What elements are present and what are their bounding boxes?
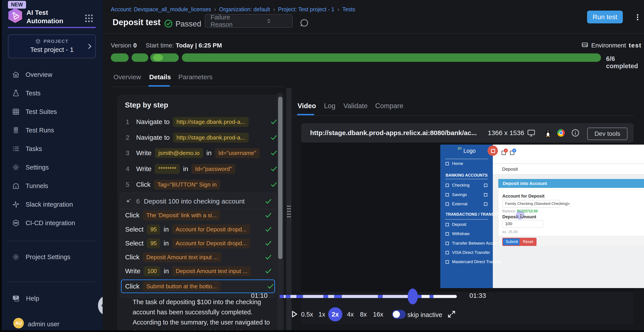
app-grid-icon[interactable]: [84, 13, 94, 24]
project-selector[interactable]: PROJECT Test project - 1: [8, 34, 96, 58]
comment-icon[interactable]: [299, 18, 310, 28]
step-row[interactable]: Write100inDeposit Amount text input ...: [125, 266, 272, 276]
sidebar-item-settings[interactable]: Settings: [12, 162, 96, 172]
avatar[interactable]: AU: [13, 318, 24, 328]
speed-16x[interactable]: 16x: [373, 311, 383, 318]
speed-1x[interactable]: 1x: [318, 311, 325, 318]
breadcrumb: Account: Devspace_all_module_licenses›Or…: [111, 6, 355, 12]
passed-check-icon: [164, 19, 173, 28]
breadcrumb-link[interactable]: Account: Devspace_all_module_licenses: [111, 6, 211, 12]
timeline-playhead[interactable]: [408, 288, 418, 304]
tab-details[interactable]: Details: [149, 73, 171, 81]
step-row[interactable]: 3Writejsmith@demo.ioinId="username": [126, 148, 278, 158]
info-icon[interactable]: [571, 128, 580, 137]
breadcrumb-link[interactable]: Tests: [342, 6, 355, 12]
sidebar-item-ci-cd-integration[interactable]: CI-CD integration: [12, 218, 96, 228]
bank-nav-deposit[interactable]: Deposit: [440, 221, 493, 228]
submit-button[interactable]: Submit: [502, 238, 521, 246]
header-divider: [103, 33, 644, 34]
progress-segment[interactable]: [111, 54, 129, 62]
tab-parameters[interactable]: Parameters: [178, 73, 212, 81]
page-title: Deposit test: [112, 18, 160, 27]
tab-video[interactable]: Video: [298, 102, 316, 110]
step-row[interactable]: 1Navigate tohttp://stage.dbank.prod-a...: [126, 116, 278, 127]
skip-inactive-toggle[interactable]: [392, 310, 406, 319]
slack-icon: [12, 200, 20, 208]
step-row[interactable]: 4Write********inId="password": [126, 164, 278, 174]
progress-segment[interactable]: [182, 54, 601, 62]
step-target-chip: Deposit Amount text input ...: [172, 266, 251, 276]
sidebar-item-test-runs[interactable]: Test Runs: [12, 125, 96, 136]
account-select[interactable]: Family Checking (Standard Checking) ▾: [502, 200, 560, 208]
gear-icon: [12, 253, 20, 261]
bank-nav-visa-direct-transfer[interactable]: VISA Direct Transfer: [440, 249, 493, 256]
step-row[interactable]: Select95inAccount for Deposit dropd...: [125, 224, 272, 235]
step-row[interactable]: ClickThe 'Deposit' link with a si...: [125, 210, 272, 220]
sidebar-item-tasks[interactable]: Tasks: [12, 144, 96, 154]
bank-nav-external[interactable]: External: [440, 200, 493, 208]
video-timeline[interactable]: [280, 295, 457, 298]
step-target-chip: Account for Deposit dropd...: [172, 224, 250, 234]
video-url[interactable]: http://stage.dbank.prod-apps.relicx.ai:8…: [310, 129, 477, 137]
sidebar-item-project-settings[interactable]: Project Settings: [12, 252, 96, 262]
kebab-menu-icon[interactable]: [634, 13, 642, 22]
speed-8x[interactable]: 8x: [360, 311, 367, 318]
reset-button[interactable]: Reset: [520, 238, 536, 246]
chrome-icon: [557, 129, 565, 137]
tab-validate[interactable]: Validate: [344, 102, 368, 110]
progress-label: 6/6 completed: [606, 55, 644, 70]
step-row[interactable]: ClickDeposit Amount text input ...: [125, 252, 272, 262]
check-icon: [264, 267, 272, 275]
failure-reason-select[interactable]: Failure Reason: [205, 14, 293, 28]
bank-nav-mastercard-direct-transfer[interactable]: Mastercard Direct Transfer: [440, 258, 493, 265]
breadcrumb-link[interactable]: Organization: default: [219, 6, 270, 12]
step-target-chip: http://stage.dbank.prod-a...: [173, 133, 249, 142]
step-target-chip: 95: [147, 238, 160, 248]
breadcrumb-link[interactable]: Project: Test project - 1: [278, 6, 334, 12]
blue-badge: 0: [512, 148, 516, 152]
check-icon: [264, 198, 272, 205]
svg-text:?: ?: [15, 296, 17, 299]
progress-segment[interactable]: [132, 54, 148, 62]
notification-flag-icon[interactable]: 0: [502, 151, 506, 155]
step-row[interactable]: Select95inAccount for Deposit dropd...: [125, 238, 272, 248]
bank-nav-checking[interactable]: Checking: [440, 182, 493, 189]
tab-compare[interactable]: Compare: [375, 102, 404, 110]
bank-nav-transfer-between-accounts[interactable]: Transfer Between Accounts: [440, 240, 493, 247]
sidebar-item-tests[interactable]: Tests: [12, 88, 96, 98]
step-row[interactable]: 2Navigate tohttp://stage.dbank.prod-a...: [126, 132, 278, 143]
speed-0.5x[interactable]: 0.5x: [301, 311, 313, 318]
bank-app-frame: Logo HomeBANKING ACCOUNTSCheckingSavings…: [440, 144, 644, 288]
splitter-drag-handle[interactable]: [287, 205, 291, 222]
bank-nav-savings[interactable]: Savings: [440, 191, 493, 198]
run-test-button[interactable]: Run test: [587, 10, 623, 24]
tab-overview[interactable]: Overview: [114, 73, 141, 81]
sidebar-item-overview[interactable]: Overview: [12, 69, 96, 80]
timeline-marker: [280, 295, 284, 298]
runs-icon: [12, 126, 20, 134]
sidebar-item-test-suites[interactable]: Test Suites: [12, 106, 96, 117]
speed-4x[interactable]: 4x: [347, 311, 354, 318]
step-target-chip: Id="password": [192, 164, 236, 174]
sidebar-item-slack-integration[interactable]: Slack integration: [12, 199, 96, 210]
sidebar-item-tunnels[interactable]: Tunnels: [12, 180, 96, 191]
step-row[interactable]: 5ClickTag="BUTTON" Sign in: [126, 179, 278, 190]
step-group-header[interactable]: 6 Deposit 100 into checking account: [125, 196, 272, 206]
tabs-divider: [111, 86, 285, 87]
play-icon[interactable]: [289, 309, 299, 319]
tab-log[interactable]: Log: [324, 102, 336, 110]
notification-flag-icon[interactable]: 0: [510, 151, 514, 155]
speed-2x[interactable]: 2x: [328, 307, 342, 322]
sidebar-item-help[interactable]: ?Help: [12, 293, 96, 304]
scrollbar-thumb[interactable]: [278, 97, 282, 259]
dev-tools-button[interactable]: Dev tools: [587, 128, 628, 140]
check-icon: [264, 226, 272, 233]
bank-nav-withdraw[interactable]: Withdraw: [440, 230, 493, 237]
bank-logo-text: Logo: [464, 148, 476, 154]
red-badge: 0: [504, 148, 508, 152]
step-row-selected[interactable]: ClickSubmit button at the botto...: [121, 280, 275, 293]
deposit-amount-input[interactable]: 100: [502, 220, 543, 228]
stop-record-icon[interactable]: [488, 146, 498, 156]
fullscreen-icon[interactable]: [447, 310, 456, 319]
bank-nav-home[interactable]: Home: [440, 160, 493, 167]
